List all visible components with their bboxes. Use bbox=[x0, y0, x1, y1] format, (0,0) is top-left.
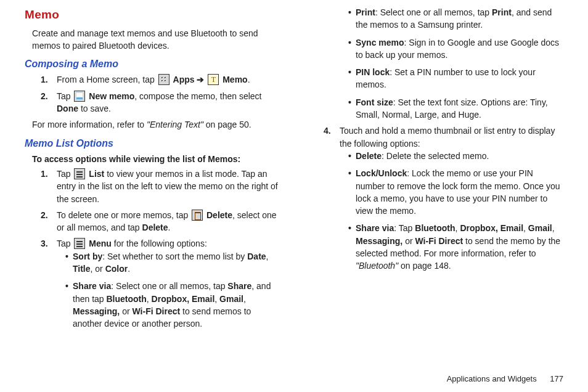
chapter-name: Applications and Widgets bbox=[447, 374, 537, 383]
done-label: Done bbox=[57, 104, 78, 113]
text: for the following options: bbox=[112, 239, 207, 248]
bullet-lock: Lock/Unlock: Lock the memo or use your P… bbox=[348, 167, 563, 217]
arrow-icon: ➔ bbox=[197, 75, 206, 84]
text: , compose the memo, then select bbox=[134, 91, 261, 101]
menu-icon bbox=[74, 238, 85, 249]
reference-title: "Bluetooth" bbox=[356, 261, 398, 271]
bullet-sharevia: Share via: Select one or all memos, tap … bbox=[65, 280, 280, 330]
print-label: Print bbox=[492, 7, 512, 17]
text: , or bbox=[91, 264, 105, 274]
dropbox-email-label: Dropbox, Email bbox=[460, 223, 523, 233]
step-number: 4. bbox=[324, 125, 331, 137]
step-number: 2. bbox=[41, 209, 48, 221]
step-number: 3. bbox=[41, 237, 48, 250]
option-label: Print bbox=[356, 7, 375, 17]
text: For more information, refer to bbox=[32, 120, 147, 129]
text: , bbox=[552, 223, 555, 233]
bluetooth-label: Bluetooth bbox=[107, 294, 147, 304]
delete-label: Delete bbox=[206, 210, 232, 220]
messaging-label: Messaging, bbox=[356, 236, 402, 246]
memo-label: Memo bbox=[223, 75, 247, 84]
gmail-label: Gmail bbox=[219, 294, 243, 304]
intro-text: Create and manage text memos and use Blu… bbox=[32, 27, 280, 52]
page-number: 177 bbox=[550, 374, 563, 383]
option-label: Sort by bbox=[73, 251, 102, 261]
bullet-delete: Delete: Delete the selected memo. bbox=[348, 150, 563, 162]
text: . bbox=[248, 75, 250, 84]
text: . bbox=[168, 223, 171, 232]
wifi-direct-label: Wi-Fi Direct bbox=[415, 236, 463, 246]
list-step-1: 1. Tap List to view your memos in a list… bbox=[41, 168, 280, 205]
text: , bbox=[147, 294, 152, 304]
xref-entering-text: For more information, refer to "Entering… bbox=[32, 118, 280, 131]
text: : Tap bbox=[394, 223, 415, 233]
text: or bbox=[402, 236, 415, 246]
composing-heading: Composing a Memo bbox=[25, 57, 280, 71]
text: , bbox=[243, 294, 246, 304]
section-title: Memo bbox=[25, 6, 280, 23]
reference-title: "Entering Text" bbox=[147, 120, 203, 129]
page-footer: Applications and Widgets 177 bbox=[447, 374, 563, 383]
text: Tap bbox=[57, 169, 73, 179]
option-label: PIN lock bbox=[356, 67, 390, 77]
wifi-direct-label: Wi-Fi Direct bbox=[132, 306, 180, 316]
composing-step-1: 1. From a Home screen, tap Apps ➔ Memo. bbox=[41, 73, 280, 86]
bullet-sharevia-2: Share via: Tap Bluetooth, Dropbox, Email… bbox=[348, 222, 563, 272]
list-options-subcaption: To access options while viewing the list… bbox=[32, 153, 280, 165]
gmail-label: Gmail bbox=[528, 223, 552, 233]
option-label: Sync memo bbox=[356, 38, 404, 47]
text: To delete one or more memos, tap bbox=[57, 210, 190, 220]
text: or bbox=[120, 306, 132, 316]
new-memo-icon bbox=[74, 91, 85, 102]
bullet-pinlock: PIN lock: Set a PIN number to use to loc… bbox=[348, 66, 563, 91]
option-label: Font size bbox=[356, 97, 393, 107]
memo-app-icon bbox=[208, 74, 219, 85]
list-step-4: 4. Touch and hold a memo thumbnail or li… bbox=[324, 125, 563, 272]
text: Tap bbox=[57, 91, 73, 101]
delete-label: Delete bbox=[142, 223, 168, 232]
text: , bbox=[214, 294, 219, 304]
option-label: Share via bbox=[73, 281, 111, 291]
bullet-sortby: Sort by: Set whether to sort the memo li… bbox=[65, 250, 280, 276]
step-number: 2. bbox=[41, 90, 48, 102]
text: to save. bbox=[78, 104, 111, 113]
text: on page 148. bbox=[398, 261, 451, 271]
text: Tap bbox=[57, 239, 73, 248]
menu-label: Menu bbox=[89, 239, 112, 248]
apps-icon bbox=[158, 74, 169, 85]
share-label: Share bbox=[227, 281, 251, 291]
text: , bbox=[523, 223, 528, 233]
apps-label: Apps bbox=[173, 75, 195, 84]
dropbox-email-label: Dropbox, Email bbox=[152, 294, 215, 304]
messaging-label: Messaging, bbox=[73, 306, 120, 316]
date-label: Date bbox=[247, 251, 266, 261]
color-label: Color bbox=[105, 264, 128, 274]
option-label: Lock/Unlock bbox=[356, 168, 407, 178]
text: From a Home screen, tap bbox=[57, 75, 157, 84]
text: . bbox=[128, 264, 130, 274]
option-label: Share via bbox=[356, 223, 394, 233]
text: : Delete the selected memo. bbox=[382, 151, 489, 161]
text: : Select one or all memos, tap bbox=[375, 7, 492, 17]
list-label: List bbox=[89, 169, 104, 179]
option-label: Delete bbox=[356, 151, 382, 161]
text: Touch and hold a memo thumbnail or list … bbox=[340, 126, 555, 148]
step-number: 1. bbox=[41, 73, 48, 86]
composing-step-2: 2. Tap New memo, compose the memo, then … bbox=[41, 90, 280, 115]
text: on page 50. bbox=[203, 120, 251, 129]
bullet-fontsize: Font size: Set the text font size. Optio… bbox=[348, 96, 563, 121]
new-memo-label: New memo bbox=[89, 91, 134, 101]
list-icon bbox=[74, 168, 85, 179]
step-number: 1. bbox=[41, 168, 48, 180]
list-options-heading: Memo List Options bbox=[25, 136, 280, 150]
list-step-2: 2. To delete one or more memos, tap Dele… bbox=[41, 209, 280, 234]
text: : Set whether to sort the memo list by bbox=[102, 251, 247, 261]
delete-icon bbox=[192, 210, 203, 221]
bullet-print: Print: Select one or all memos, tap Prin… bbox=[348, 6, 563, 31]
bluetooth-label: Bluetooth bbox=[415, 223, 455, 233]
title-label: Title bbox=[73, 264, 91, 274]
text: , bbox=[266, 251, 269, 261]
text: : Select one or all memos, tap bbox=[111, 281, 227, 291]
bullet-sync: Sync memo: Sign in to Google and use Goo… bbox=[348, 36, 563, 62]
